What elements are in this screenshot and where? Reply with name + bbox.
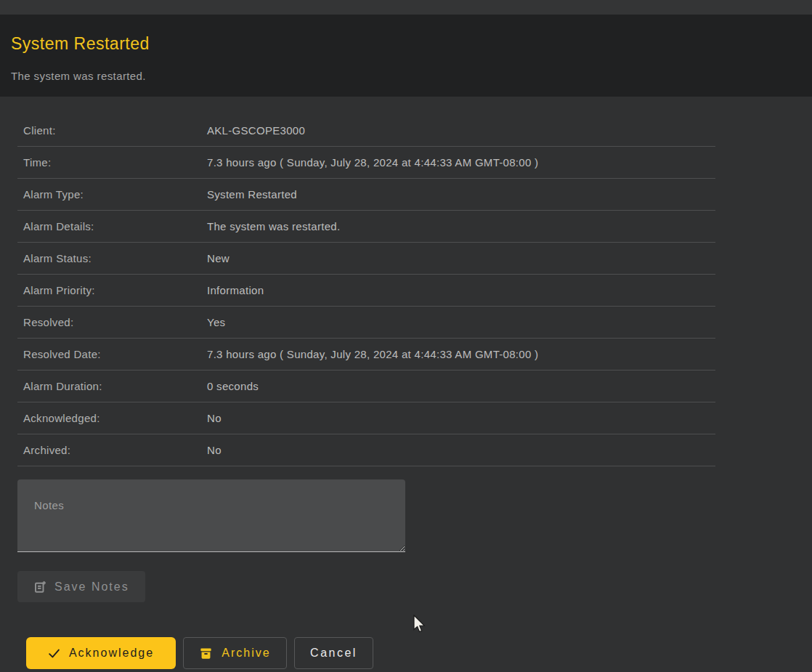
detail-value: 0 seconds [207, 380, 259, 392]
detail-value: AKL-GSCOPE3000 [207, 124, 305, 137]
detail-row: Alarm Priority: Information [17, 275, 715, 307]
detail-value: No [207, 444, 222, 456]
detail-row: Resolved Date: 7.3 hours ago ( Sunday, J… [17, 339, 715, 371]
detail-label: Time: [17, 156, 207, 169]
detail-value: The system was restarted. [207, 220, 340, 232]
alarm-header: System Restarted The system was restarte… [0, 15, 812, 97]
detail-row: Alarm Type: System Restarted [17, 179, 715, 211]
detail-value: No [207, 412, 222, 424]
detail-value: 7.3 hours ago ( Sunday, July 28, 2024 at… [207, 156, 538, 169]
alarm-detail-screen: System Restarted The system was restarte… [0, 0, 812, 672]
detail-label: Resolved Date: [17, 348, 207, 360]
detail-row: Archived: No [17, 434, 715, 466]
detail-label: Archived: [17, 444, 207, 456]
detail-row: Alarm Duration: 0 seconds [17, 371, 715, 402]
detail-label: Alarm Duration: [17, 380, 207, 392]
alarm-subtitle: The system was restarted. [11, 70, 800, 83]
detail-value: Information [207, 284, 264, 296]
archive-box-icon [199, 647, 213, 660]
alarm-details-table: Client: AKL-GSCOPE3000 Time: 7.3 hours a… [17, 115, 715, 466]
detail-label: Alarm Status: [17, 252, 207, 264]
detail-row: Acknowledged: No [17, 402, 715, 434]
archive-label: Archive [222, 647, 270, 660]
cancel-label: Cancel [310, 647, 357, 660]
detail-row: Client: AKL-GSCOPE3000 [17, 115, 715, 147]
detail-row: Time: 7.3 hours ago ( Sunday, July 28, 2… [17, 147, 715, 179]
action-bar: Acknowledge Archive Cancel [17, 637, 795, 669]
detail-label: Alarm Priority: [17, 284, 207, 296]
archive-button[interactable]: Archive [183, 637, 287, 669]
detail-row: Resolved: Yes [17, 307, 715, 339]
notes-input[interactable] [17, 479, 405, 552]
acknowledge-button[interactable]: Acknowledge [26, 637, 176, 669]
save-notes-label: Save Notes [54, 580, 129, 594]
acknowledge-label: Acknowledge [69, 647, 154, 660]
detail-value: System Restarted [207, 188, 297, 201]
detail-label: Resolved: [17, 316, 207, 328]
detail-value: Yes [207, 316, 225, 328]
detail-row: Alarm Status: New [17, 243, 715, 275]
detail-value: New [207, 252, 230, 264]
note-add-icon [33, 580, 46, 594]
detail-value: 7.3 hours ago ( Sunday, July 28, 2024 at… [207, 348, 538, 360]
check-icon [48, 647, 60, 660]
page-top-strip [0, 0, 812, 15]
cancel-button[interactable]: Cancel [294, 637, 373, 669]
alarm-detail-body: Client: AKL-GSCOPE3000 Time: 7.3 hours a… [0, 97, 812, 669]
save-notes-button[interactable]: Save Notes [17, 571, 145, 602]
detail-label: Client: [17, 124, 207, 137]
detail-label: Alarm Details: [17, 220, 207, 232]
page-title: System Restarted [11, 33, 800, 54]
detail-label: Alarm Type: [17, 188, 207, 201]
detail-row: Alarm Details: The system was restarted. [17, 211, 715, 243]
detail-label: Acknowledged: [17, 412, 207, 424]
